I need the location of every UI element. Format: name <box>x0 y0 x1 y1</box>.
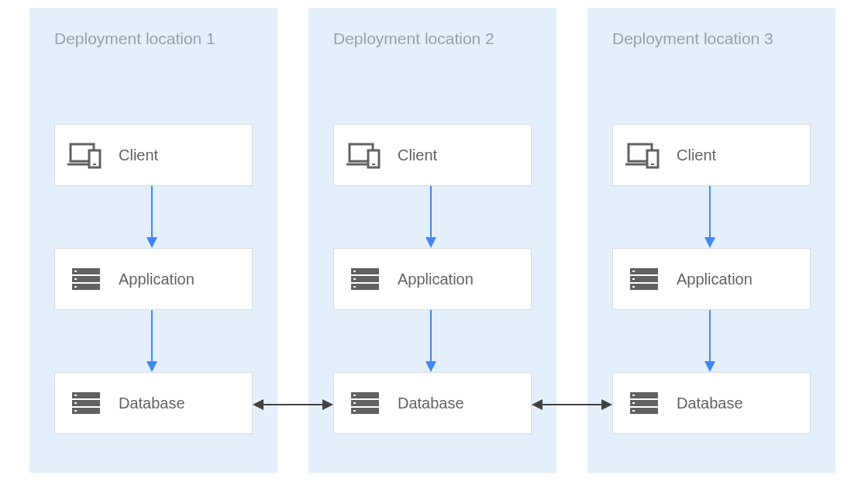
database-label: Database <box>398 395 464 412</box>
arrow-down-icon <box>708 186 711 248</box>
application-label: Application <box>398 271 474 288</box>
column-title: Deployment location 1 <box>54 29 253 48</box>
svg-rect-27 <box>353 271 356 272</box>
svg-rect-14 <box>74 402 77 404</box>
deployment-column-2: Deployment location 2 Client <box>308 8 556 473</box>
arrow-down-icon <box>150 186 153 248</box>
database-label: Database <box>677 395 743 412</box>
devices-icon <box>346 136 384 174</box>
svg-marker-62 <box>322 399 333 410</box>
svg-rect-47 <box>632 271 635 272</box>
svg-marker-65 <box>601 399 612 410</box>
client-label: Client <box>398 147 437 164</box>
deployment-column-3: Deployment location 3 Client <box>587 8 835 473</box>
svg-rect-55 <box>632 410 635 412</box>
devices-icon <box>67 136 105 174</box>
server-stack-icon <box>346 384 384 422</box>
server-stack-icon <box>67 384 105 422</box>
svg-rect-7 <box>74 271 77 272</box>
svg-rect-48 <box>632 278 635 280</box>
svg-rect-9 <box>74 286 77 288</box>
client-node: Client <box>333 124 532 186</box>
application-node: Application <box>54 248 253 310</box>
devices-icon <box>625 136 663 174</box>
column-title: Deployment location 2 <box>333 29 532 48</box>
svg-rect-53 <box>632 395 635 396</box>
column-title: Deployment location 3 <box>612 29 811 48</box>
database-label: Database <box>119 395 185 412</box>
svg-rect-43 <box>651 164 654 165</box>
deployment-column-1: Deployment location 1 Client <box>29 8 277 473</box>
server-stack-icon <box>625 384 663 422</box>
client-label: Client <box>677 147 716 164</box>
arrow-down-icon <box>150 310 153 372</box>
client-node: Client <box>54 124 253 186</box>
svg-rect-23 <box>372 164 375 165</box>
svg-marker-39 <box>425 361 436 372</box>
svg-rect-34 <box>353 402 356 404</box>
arrow-down-icon <box>429 186 432 248</box>
svg-marker-64 <box>532 399 542 410</box>
double-arrow-icon <box>253 397 333 400</box>
svg-rect-8 <box>74 278 77 280</box>
client-label: Client <box>119 147 158 164</box>
svg-rect-54 <box>632 402 635 404</box>
svg-marker-37 <box>425 237 436 248</box>
application-node: Application <box>333 248 532 310</box>
svg-marker-59 <box>704 361 715 372</box>
svg-rect-13 <box>74 395 77 396</box>
arrow-down-icon <box>429 310 432 372</box>
arrow-down-icon <box>708 310 711 372</box>
svg-marker-17 <box>146 237 157 248</box>
database-node: Database <box>612 372 811 434</box>
svg-rect-33 <box>353 395 356 396</box>
double-arrow-icon <box>532 397 612 400</box>
svg-marker-19 <box>146 361 157 372</box>
application-node: Application <box>612 248 811 310</box>
server-stack-icon <box>625 260 663 298</box>
server-stack-icon <box>67 260 105 298</box>
svg-marker-61 <box>253 399 264 410</box>
svg-rect-35 <box>353 410 356 412</box>
svg-rect-28 <box>353 278 356 280</box>
database-node: Database <box>333 372 532 434</box>
svg-rect-15 <box>74 410 77 412</box>
client-node: Client <box>612 124 811 186</box>
svg-rect-3 <box>93 164 96 165</box>
svg-rect-29 <box>353 286 356 288</box>
server-stack-icon <box>346 260 384 298</box>
application-label: Application <box>119 271 195 288</box>
svg-marker-57 <box>704 237 715 248</box>
svg-rect-49 <box>632 286 635 288</box>
application-label: Application <box>677 271 753 288</box>
database-node: Database <box>54 372 253 434</box>
